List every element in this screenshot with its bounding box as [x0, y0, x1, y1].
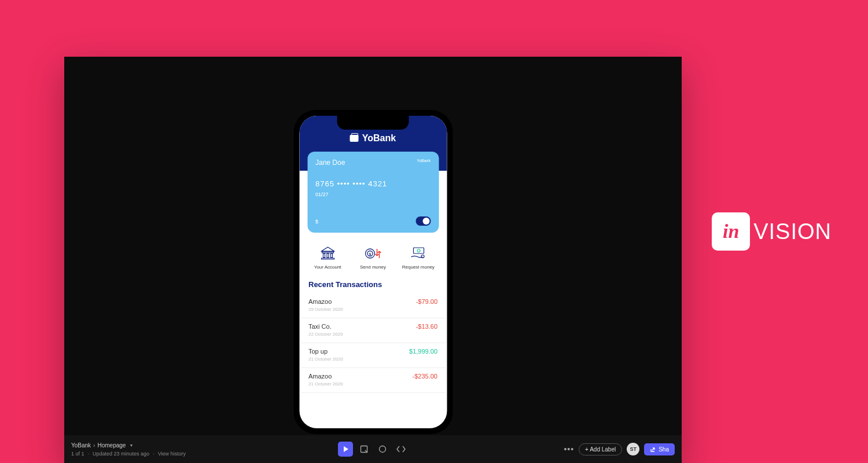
card-holder: Jane Doe: [315, 159, 431, 167]
center-tools: [338, 442, 409, 457]
user-avatar[interactable]: ST: [627, 443, 639, 455]
tx-amount: -$79.00: [416, 298, 437, 305]
phone-frame: YoBank Jane Doe YoBank 8765 •••• •••• 43…: [293, 110, 453, 434]
transaction-row[interactable]: Taxi Co. 22 October 2020 -$13.60: [299, 318, 447, 343]
action-your-account[interactable]: Your Account: [307, 246, 348, 270]
view-history-link[interactable]: View history: [158, 451, 186, 457]
tx-date: 21 October 2020: [308, 381, 343, 387]
tx-name: Amazoo: [308, 298, 343, 305]
transaction-row[interactable]: Amazoo 29 October 2020 -$79.00: [299, 293, 447, 318]
meta-row: 1 of 1 · Updated 23 minutes ago · View h…: [71, 451, 186, 457]
action-send-money[interactable]: $ Send money: [352, 246, 393, 270]
svg-rect-3: [414, 248, 424, 253]
tx-date: 22 October 2020: [308, 332, 343, 337]
phone-screen: YoBank Jane Doe YoBank 8765 •••• •••• 43…: [299, 116, 447, 428]
chevron-right-icon: ›: [93, 442, 95, 449]
transactions-title: Recent Transactions: [299, 270, 447, 293]
code-button[interactable]: [393, 442, 409, 457]
svg-point-7: [379, 446, 385, 453]
share-icon: [650, 446, 656, 453]
request-money-icon: [410, 246, 427, 261]
card-number: 8765 •••• •••• 4321: [315, 179, 431, 188]
tx-amount: $1,999.00: [409, 348, 437, 355]
bank-card: Jane Doe YoBank 8765 •••• •••• 4321 01/2…: [307, 152, 439, 233]
action-row: Your Account $ Send money Request money: [299, 246, 447, 270]
transaction-row[interactable]: Top up 21 October 2020 $1,999.00: [299, 343, 447, 368]
breadcrumb-page[interactable]: Homepage: [97, 442, 126, 449]
transaction-list: Amazoo 29 October 2020 -$79.00 Taxi Co. …: [299, 293, 447, 393]
card-logo-icon: [415, 216, 431, 226]
bank-icon: [319, 246, 336, 261]
action-label: Your Account: [307, 264, 348, 270]
tx-name: Taxi Co.: [308, 323, 343, 330]
design-canvas[interactable]: YoBank Jane Doe YoBank 8765 •••• •••• 43…: [64, 57, 682, 463]
updated-time: Updated 23 minutes ago: [93, 451, 149, 457]
card-brand: YoBank: [417, 159, 431, 163]
action-request-money[interactable]: Request money: [398, 246, 439, 270]
phone-notch: [337, 116, 409, 130]
transaction-row[interactable]: Amazoo 21 October 2020 -$235.00: [299, 368, 447, 393]
app-name: YoBank: [362, 133, 396, 144]
inspect-button[interactable]: [356, 442, 372, 457]
logo-badge: in: [712, 212, 750, 251]
send-money-icon: $: [364, 246, 381, 261]
share-label: Sha: [659, 446, 669, 453]
bottom-toolbar: YoBank › Homepage ▼ 1 of 1 · Updated 23 …: [64, 435, 682, 463]
tx-date: 21 October 2020: [308, 357, 343, 362]
tx-amount: -$235.00: [413, 373, 437, 380]
breadcrumb-area: YoBank › Homepage ▼ 1 of 1 · Updated 23 …: [71, 442, 186, 457]
svg-point-5: [421, 255, 424, 258]
invision-logo: in VISION: [712, 212, 832, 251]
play-button[interactable]: [338, 442, 353, 457]
more-menu-icon[interactable]: •••: [564, 444, 574, 454]
share-button[interactable]: Sha: [644, 443, 675, 455]
action-label: Request money: [398, 264, 439, 270]
tx-amount: -$13.60: [416, 323, 437, 330]
breadcrumb-project[interactable]: YoBank: [71, 442, 91, 449]
tx-name: Top up: [308, 348, 343, 355]
wallet-icon: [350, 135, 359, 142]
logo-text: VISION: [753, 219, 832, 244]
svg-point-4: [417, 249, 420, 252]
comment-button[interactable]: [375, 442, 390, 457]
right-tools: ••• + Add Label ST Sha: [564, 443, 675, 455]
tx-name: Amazoo: [308, 373, 343, 380]
artboard: YoBank Jane Doe YoBank 8765 •••• •••• 43…: [293, 110, 453, 434]
svg-text:$: $: [369, 252, 372, 256]
action-label: Send money: [352, 264, 393, 270]
dropdown-icon[interactable]: ▼: [129, 443, 133, 447]
card-currency: $: [315, 219, 318, 225]
breadcrumb: YoBank › Homepage ▼: [71, 442, 186, 449]
add-label-button[interactable]: + Add Label: [579, 443, 622, 455]
tx-date: 29 October 2020: [308, 307, 343, 312]
page-count: 1 of 1: [71, 451, 84, 457]
card-expiry: 01/27: [315, 192, 431, 197]
